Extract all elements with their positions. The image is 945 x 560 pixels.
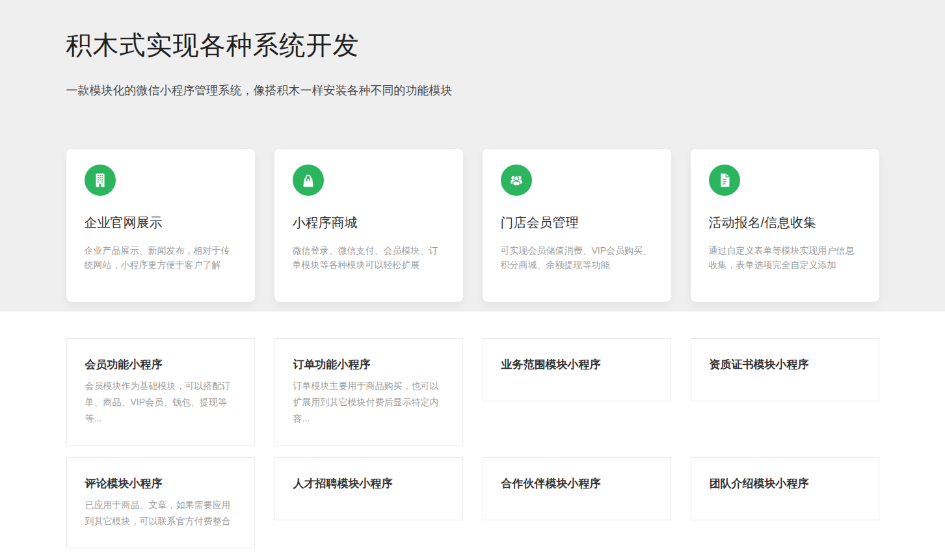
module-title: 会员功能小程序	[85, 357, 236, 373]
page-subtitle: 一款模块化的微信小程序管理系统，像搭积木一样安装各种不同的功能模块	[66, 81, 460, 100]
feature-title: 活动报名/信息收集	[709, 214, 861, 232]
feature-card-members[interactable]: 门店会员管理 可实现会员储值消费、VIP会员购买、积分商城、余额提现等功能	[483, 149, 671, 302]
feature-desc: 微信登录、微信支付、会员模块、订单模块等各种模块可以轻松扩展	[293, 243, 445, 272]
module-card-certificates[interactable]: 资质证书模块小程序	[691, 338, 879, 401]
module-title: 订单功能小程序	[293, 357, 444, 373]
module-title: 团队介绍模块小程序	[710, 476, 860, 492]
module-title: 合作伙伴模块小程序	[501, 476, 652, 492]
page-title: 积木式实现各种系统开发	[66, 27, 879, 63]
module-card-business-scope[interactable]: 业务范围模块小程序	[483, 338, 671, 401]
module-title: 评论模块小程序	[85, 476, 236, 492]
modules-section: 会员功能小程序 会员模块作为基础模块，可以搭配订单、商品、VIP会员、钱包、提现…	[0, 312, 945, 560]
feature-card-mall[interactable]: 小程序商城 微信登录、微信支付、会员模块、订单模块等各种模块可以轻松扩展	[274, 149, 463, 302]
module-card-comments[interactable]: 评论模块小程序 已应用于商品、文章，如果需要应用到其它模块，可以联系官方付费整合	[66, 457, 255, 548]
module-desc: 订单模块主要用于商品购买，也可以扩展用到其它模块付费后显示特定内容...	[293, 378, 444, 427]
module-card-team[interactable]: 团队介绍模块小程序	[691, 457, 879, 520]
feature-desc: 通过自定义表单等模块实现用户信息收集，表单选项完全自定义添加	[709, 243, 861, 272]
module-title: 人才招聘模块小程序	[293, 476, 444, 492]
module-title: 业务范围模块小程序	[501, 357, 652, 373]
hero-section: 积木式实现各种系统开发 一款模块化的微信小程序管理系统，像搭积木一样安装各种不同…	[0, 0, 945, 312]
module-card-member[interactable]: 会员功能小程序 会员模块作为基础模块，可以搭配订单、商品、VIP会员、钱包、提现…	[66, 338, 255, 446]
module-card-order[interactable]: 订单功能小程序 订单模块主要用于商品购买，也可以扩展用到其它模块付费后显示特定内…	[274, 338, 463, 446]
feature-icon-circle	[709, 165, 740, 196]
building-icon	[90, 170, 110, 190]
users-icon	[507, 170, 526, 190]
module-desc: 已应用于商品、文章，如果需要应用到其它模块，可以联系官方付费整合	[85, 497, 236, 529]
shopping-bag-icon	[299, 170, 318, 190]
feature-title: 企业官网展示	[85, 214, 237, 232]
document-icon	[715, 170, 734, 190]
feature-icon-circle	[501, 165, 532, 196]
feature-desc: 企业产品展示、新闻发布，相对于传统网站，小程序更方便于客户了解	[85, 243, 237, 272]
module-card-grid: 会员功能小程序 会员模块作为基础模块，可以搭配订单、商品、VIP会员、钱包、提现…	[66, 338, 879, 548]
feature-card-company-site[interactable]: 企业官网展示 企业产品展示、新闻发布，相对于传统网站，小程序更方便于客户了解	[66, 149, 255, 302]
module-card-recruiting[interactable]: 人才招聘模块小程序	[274, 457, 463, 520]
module-desc: 会员模块作为基础模块，可以搭配订单、商品、VIP会员、钱包、提现等等...	[85, 378, 236, 427]
feature-icon-circle	[293, 165, 324, 196]
feature-title: 门店会员管理	[501, 214, 653, 232]
feature-title: 小程序商城	[293, 214, 445, 232]
module-card-partners[interactable]: 合作伙伴模块小程序	[483, 457, 671, 520]
feature-card-info-collect[interactable]: 活动报名/信息收集 通过自定义表单等模块实现用户信息收集，表单选项完全自定义添加	[691, 149, 879, 302]
feature-card-grid: 企业官网展示 企业产品展示、新闻发布，相对于传统网站，小程序更方便于客户了解 小…	[66, 149, 879, 302]
feature-desc: 可实现会员储值消费、VIP会员购买、积分商城、余额提现等功能	[501, 243, 653, 272]
feature-icon-circle	[85, 165, 116, 196]
module-title: 资质证书模块小程序	[710, 357, 860, 373]
